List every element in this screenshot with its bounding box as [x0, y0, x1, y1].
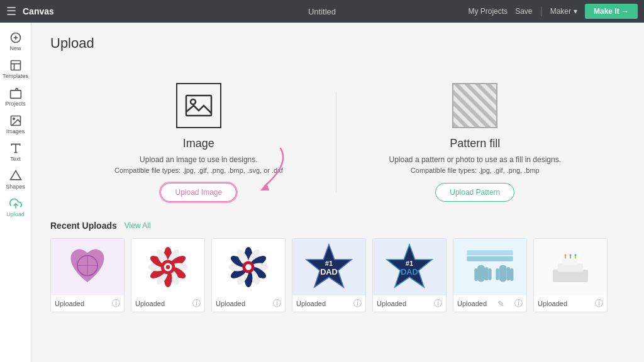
thumbnail-footer: Uploaded ⓘ — [534, 295, 607, 312]
thumbnail-card[interactable]: Uploaded ✎ ⓘ — [453, 238, 527, 312]
thumbnail-image: #1 DAD — [292, 239, 365, 295]
thumbnail-card[interactable]: Uploaded ⓘ — [211, 238, 286, 312]
svg-text:DAD: DAD — [320, 267, 338, 277]
svg-marker-15 — [260, 183, 269, 190]
svg-rect-57 — [467, 250, 513, 255]
svg-rect-58 — [467, 256, 513, 261]
maker-selector[interactable]: Maker ▾ — [550, 7, 577, 16]
thumbnail-image — [453, 239, 526, 295]
thumbnail-image — [131, 239, 204, 295]
my-projects-link[interactable]: My Projects — [468, 7, 508, 16]
svg-rect-66 — [510, 268, 513, 281]
thumbnail-card[interactable]: Uploaded ⓘ — [50, 238, 125, 312]
info-icon[interactable]: ⓘ — [514, 298, 523, 309]
svg-marker-11 — [10, 171, 21, 180]
thumbnail-footer: Uploaded ⓘ — [51, 295, 124, 312]
svg-rect-64 — [496, 268, 499, 280]
info-icon[interactable]: ⓘ — [353, 298, 362, 309]
svg-point-75 — [574, 254, 576, 256]
thumbnail-image — [534, 239, 607, 295]
svg-rect-69 — [563, 258, 578, 265]
upload-image-button[interactable]: Upload Image — [160, 183, 236, 202]
thumbnail-card[interactable]: #1 DAD Uploaded ⓘ — [372, 238, 447, 312]
sidebar-item-upload[interactable]: Upload — [0, 194, 31, 221]
recent-uploads-section: Recent Uploads View All Uploa — [50, 221, 625, 312]
page-title: Upload — [50, 35, 625, 52]
svg-rect-62 — [488, 268, 491, 280]
thumbnail-label: Uploaded — [538, 300, 567, 307]
thumbnail-footer: Uploaded ⓘ — [212, 295, 285, 312]
thumbnail-image — [212, 239, 285, 295]
upload-image-container: Upload Image — [160, 183, 236, 202]
image-type-compat: Compatible file types: .jpg, .gif, .png,… — [114, 167, 283, 174]
recent-title: Recent Uploads — [50, 221, 117, 231]
svg-rect-65 — [507, 267, 510, 280]
sidebar: New Templates Projects Images Text Shape… — [0, 23, 31, 362]
svg-rect-60 — [474, 268, 477, 281]
edit-icon[interactable]: ✎ — [497, 299, 504, 309]
thumbnail-label: Uploaded — [457, 300, 487, 307]
sidebar-item-new[interactable]: New — [0, 28, 31, 55]
svg-text:#1: #1 — [325, 260, 333, 267]
svg-point-14 — [191, 99, 196, 104]
document-title[interactable]: Untitled — [308, 7, 336, 16]
pattern-upload-icon — [452, 83, 497, 128]
save-button[interactable]: Save — [515, 7, 532, 16]
thumbnail-label: Uploaded — [55, 300, 84, 307]
sidebar-item-text[interactable]: Text — [0, 138, 31, 166]
thumbnail-label: Uploaded — [296, 300, 326, 307]
svg-point-50 — [245, 264, 252, 270]
view-all-link[interactable]: View All — [125, 221, 151, 230]
thumbnail-label: Uploaded — [377, 300, 406, 307]
separator: | — [540, 6, 542, 17]
thumbnail-card[interactable]: Uploaded ⓘ — [131, 238, 205, 312]
thumbnail-footer: Uploaded ✎ ⓘ — [453, 295, 526, 312]
info-icon[interactable]: ⓘ — [273, 298, 281, 309]
thumbnail-image: #1 DAD — [373, 239, 446, 295]
make-it-button[interactable]: Make It → — [585, 4, 638, 19]
svg-rect-59 — [477, 265, 485, 282]
svg-rect-63 — [499, 265, 507, 282]
thumbnail-image — [51, 239, 124, 295]
info-icon[interactable]: ⓘ — [112, 298, 120, 309]
image-type-title: Image — [183, 137, 214, 150]
svg-rect-61 — [485, 267, 488, 280]
recent-uploads-header: Recent Uploads View All — [50, 221, 625, 231]
thumbnail-label: Uploaded — [216, 300, 245, 307]
section-divider — [336, 92, 336, 193]
info-icon[interactable]: ⓘ — [434, 298, 442, 309]
thumbnail-label: Uploaded — [135, 300, 165, 307]
sidebar-item-projects[interactable]: Projects — [0, 83, 31, 111]
thumbnail-card[interactable]: Uploaded ⓘ — [533, 238, 608, 312]
thumbnail-footer: Uploaded ⓘ — [131, 295, 204, 312]
svg-point-8 — [13, 118, 14, 120]
thumbnail-card[interactable]: #1 DAD Uploaded ⓘ — [292, 238, 366, 312]
sidebar-item-templates[interactable]: Templates — [0, 55, 31, 83]
upload-pattern-button[interactable]: Upload Pattern — [435, 183, 514, 202]
sidebar-item-shapes[interactable]: Shapes — [0, 166, 31, 194]
upload-types-section: Image Upload an image to use in designs.… — [50, 70, 625, 214]
thumbnail-footer: Uploaded ⓘ — [373, 295, 446, 312]
topbar-right: My Projects Save | Maker ▾ Make It → — [468, 4, 638, 19]
svg-rect-6 — [10, 90, 21, 99]
svg-rect-3 — [11, 61, 20, 70]
main-content: Upload Image Upload an image to use in d… — [31, 23, 644, 362]
thumbnail-footer: Uploaded ⓘ — [292, 295, 365, 312]
image-type-desc: Upload an image to use in designs. — [140, 155, 257, 164]
pattern-type-compat: Compatible file types: .jpg, .gif, .png,… — [411, 167, 540, 174]
menu-icon[interactable]: ☰ — [6, 4, 16, 18]
svg-point-74 — [569, 254, 571, 256]
image-upload-icon — [176, 83, 221, 128]
svg-text:DAD: DAD — [401, 267, 418, 277]
chevron-icon: ▾ — [574, 7, 577, 16]
info-icon[interactable]: ⓘ — [595, 298, 603, 309]
info-icon[interactable]: ⓘ — [192, 298, 201, 309]
thumbnails-row: Uploaded ⓘ — [50, 238, 625, 312]
svg-point-73 — [564, 254, 566, 256]
svg-rect-13 — [186, 96, 211, 116]
sidebar-item-images[interactable]: Images — [0, 111, 31, 138]
svg-rect-18 — [453, 84, 496, 127]
topbar: ☰ Canvas Untitled My Projects Save | Mak… — [0, 0, 644, 23]
image-upload-type: Image Upload an image to use in designs.… — [114, 83, 283, 202]
brand-label: Canvas — [23, 6, 54, 16]
